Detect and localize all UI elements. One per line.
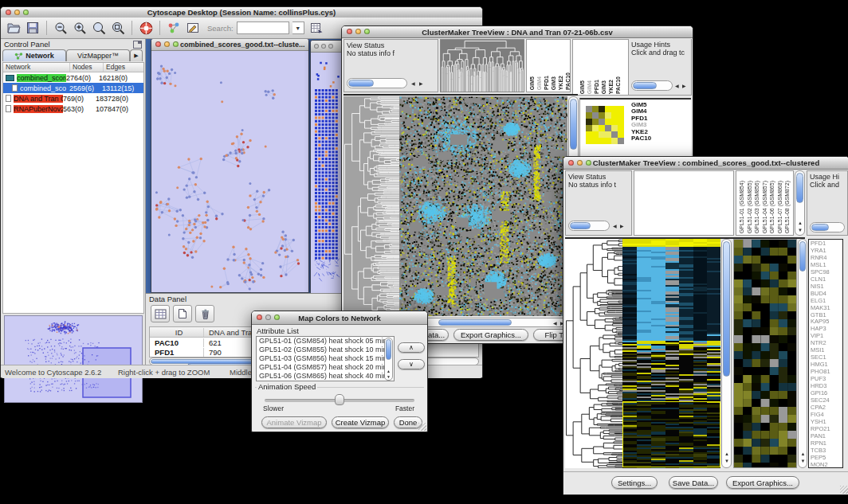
cluster-heatmap-canvas[interactable] [399, 96, 567, 316]
gene-label[interactable]: MON2 [811, 462, 842, 468]
scroll-left-icon[interactable]: ◀ [411, 81, 415, 86]
vscroll-thumb[interactable] [386, 339, 391, 360]
column-label[interactable]: PFD1 [544, 76, 550, 90]
zoom-window-icon[interactable] [274, 315, 280, 320]
scroll-right-icon[interactable]: ▶ [682, 84, 686, 88]
column-label[interactable]: GPL51-02 (GSM855) [746, 181, 754, 233]
background-network-titlebar[interactable] [311, 41, 343, 53]
zoom-heatmap-panel[interactable] [733, 239, 797, 468]
network-row[interactable]: combined_scores 2764(0) 16218(0) [3, 72, 143, 83]
summary-heatmap-cell[interactable] [592, 106, 599, 112]
summary-heatmap-cell[interactable] [592, 112, 599, 119]
summary-heatmap-cell[interactable] [605, 131, 611, 138]
summary-heatmap-cell[interactable] [611, 131, 618, 138]
scroll-thumb[interactable] [348, 80, 374, 87]
summary-heatmap-cell[interactable] [592, 119, 599, 125]
cluster-heatmap-panel[interactable] [399, 96, 567, 316]
row-dendrogram-canvas[interactable] [565, 239, 622, 468]
slider-thumb[interactable] [335, 394, 344, 405]
attribute-item[interactable]: GPL51-04 (GSM857) heat shock 20 min [257, 363, 394, 372]
zoom-vscrollbar[interactable]: ▲ ▼ [798, 239, 807, 468]
network-overview-panel[interactable] [4, 315, 143, 403]
zoom-in-icon[interactable] [72, 20, 88, 36]
move-up-button[interactable]: ∧ [398, 342, 425, 353]
annotation-icon[interactable] [185, 20, 201, 36]
network-table-header[interactable]: Network Nodes Edges [3, 63, 143, 72]
zoom-heatmap-canvas[interactable] [734, 240, 796, 467]
background-network-window[interactable] [310, 40, 344, 293]
column-label[interactable]: GPL51-03 (GSM856) [753, 181, 761, 233]
zoom-window-icon[interactable] [364, 29, 370, 34]
open-file-icon[interactable] [6, 20, 22, 36]
scroll-down-icon[interactable]: ▼ [387, 374, 391, 379]
row-dendrogram-canvas[interactable] [344, 96, 399, 316]
scroll-left-icon[interactable]: ◀ [553, 321, 557, 326]
new-attribute-icon[interactable] [173, 305, 192, 322]
attribute-listbox[interactable]: GPL51-01 (GSM854) heat shock 05 minGPL51… [256, 336, 395, 381]
import-table-icon[interactable] [309, 20, 325, 36]
scroll-up-icon[interactable]: ▲ [801, 451, 806, 456]
summary-heatmap-cell[interactable] [586, 125, 592, 131]
summary-heatmap-cell[interactable] [599, 131, 605, 138]
view-status-scrollbar[interactable] [347, 78, 407, 88]
zoom-fit-icon[interactable] [110, 20, 126, 36]
summary-heatmap-cell[interactable] [611, 125, 618, 131]
summary-heatmap-cell[interactable] [611, 119, 618, 125]
attribute-item[interactable]: GPL51-06 (GSM865) heat shock 40 min [257, 372, 394, 381]
summary-heatmap-cell[interactable] [605, 112, 611, 119]
summary-heatmap-cell[interactable] [586, 106, 592, 112]
col-header-network[interactable]: Network [3, 63, 70, 72]
network-row[interactable]: RNAPuberNov2+ 563(0) 107847(0) [3, 104, 143, 114]
scroll-right-icon[interactable]: ▶ [419, 81, 423, 86]
summary-heatmap-cell[interactable] [611, 138, 618, 144]
usage-hints-scrollbar[interactable] [810, 222, 845, 232]
tab-overflow-arrow[interactable]: ▶ [130, 49, 143, 61]
summary-heatmap-cell[interactable] [611, 112, 618, 119]
scroll-thumb[interactable] [633, 82, 657, 89]
summary-heatmap-cell[interactable] [605, 106, 611, 112]
network-row[interactable]: combined_sco 2569(6) 13112(15) [3, 83, 143, 93]
column-label[interactable]: GIM4 [536, 76, 543, 90]
scroll-left-icon[interactable]: ◀ [613, 224, 617, 229]
close-icon[interactable] [347, 29, 352, 34]
close-icon[interactable] [568, 160, 574, 166]
column-label[interactable]: GPL51-07 (GSM868) [776, 181, 784, 233]
attribute-item[interactable]: GPL51-02 (GSM855) heat shock 10 min [257, 346, 394, 354]
network-view-icon[interactable] [166, 20, 182, 36]
summary-heatmap-cell[interactable] [618, 125, 624, 131]
tab-network[interactable]: Network [2, 49, 66, 61]
animate-vizmap-button[interactable]: Animate Vizmap [261, 416, 327, 428]
id-column-header[interactable]: ID [150, 328, 204, 337]
zoom-selected-icon[interactable] [91, 20, 107, 36]
view-status-scrollbar[interactable] [568, 221, 610, 231]
summary-heatmap-cell[interactable] [618, 119, 624, 125]
scroll-up-icon[interactable]: ▲ [798, 221, 803, 225]
scroll-thumb[interactable] [811, 224, 829, 231]
summary-heatmap-cell[interactable] [592, 138, 599, 144]
zoom-window-icon[interactable] [328, 44, 333, 49]
row-label[interactable]: PAC10 [631, 135, 651, 142]
scroll-down-icon[interactable]: ▼ [724, 459, 729, 463]
attribute-item[interactable]: GPL51-03 (GSM856) heat shock 15 min [257, 354, 394, 363]
network-view-titlebar[interactable]: combined_scores_good.txt--cluste... [151, 39, 308, 51]
treeview-dna-titlebar[interactable]: ClusterMaker TreeView : DNA and Tran 07-… [342, 26, 693, 38]
zoom-out-icon[interactable] [53, 20, 69, 36]
summary-heatmap-cell[interactable] [618, 138, 624, 144]
summary-heatmap-grid[interactable] [586, 106, 624, 144]
column-label[interactable]: GPL51-08 (GSM872) [783, 181, 791, 233]
column-dendrogram-panel[interactable] [440, 39, 524, 92]
attribute-item[interactable]: GPL51-07 (GSM868) heat shock 60 min [257, 381, 394, 381]
summary-heatmap-cell[interactable] [605, 125, 611, 131]
network-row[interactable]: DNA and Tran 07 769(0) 183728(0) [3, 93, 143, 104]
vscroll-thumb[interactable] [723, 241, 730, 377]
summary-heatmap-cell[interactable] [592, 131, 599, 138]
usage-hints-scrollbar[interactable] [631, 80, 673, 91]
summary-heatmap-cell[interactable] [592, 125, 599, 131]
zoom-window-icon[interactable] [173, 41, 179, 47]
cluster-heatmap-canvas[interactable] [622, 239, 720, 468]
vscroll-thumb[interactable] [570, 99, 577, 150]
column-label[interactable]: GPL51-06 (GSM865) [768, 181, 776, 233]
cluster-heatmap-panel[interactable] [622, 239, 720, 468]
summary-heatmap-cell[interactable] [586, 119, 592, 125]
tab-vizmapper[interactable]: VizMapper™ [66, 49, 130, 61]
